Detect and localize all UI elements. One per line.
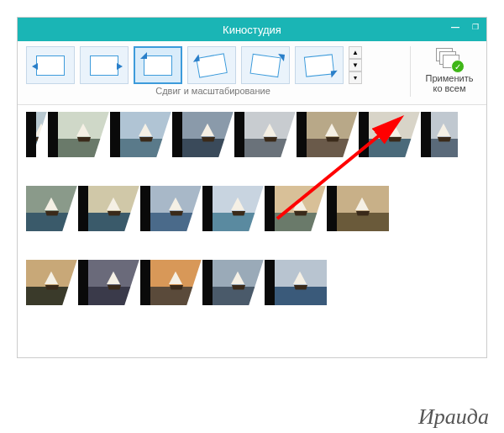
clip-black[interactable] — [421, 112, 431, 157]
clip-black[interactable] — [110, 112, 120, 157]
clip-black[interactable] — [78, 260, 88, 305]
clip-black[interactable] — [140, 260, 150, 305]
check-icon: ✓ — [451, 60, 465, 73]
titlebar: Киностудия — [18, 18, 486, 41]
gallery-more-button[interactable]: ▾ — [349, 71, 362, 84]
clip-black[interactable] — [297, 112, 307, 157]
clip-row — [26, 186, 478, 231]
gallery-down-button[interactable]: ▼ — [349, 59, 362, 71]
effect-tilt[interactable] — [295, 46, 344, 84]
clip-black[interactable] — [26, 112, 36, 157]
timeline-clip[interactable] — [213, 186, 265, 231]
window-controls — [448, 21, 483, 33]
window-title: Киностудия — [223, 24, 281, 36]
timeline-clip[interactable] — [182, 112, 234, 157]
timeline-clip[interactable] — [244, 112, 297, 157]
clip-black[interactable] — [359, 112, 369, 157]
pan-zoom-gallery: ▲ ▼ ▾ — [26, 46, 400, 84]
timeline-clip[interactable] — [275, 186, 327, 231]
minimize-button[interactable] — [448, 21, 463, 33]
timeline-clip[interactable] — [26, 260, 78, 305]
timeline-clip[interactable] — [337, 186, 389, 231]
apply-to-all-label: Применить ко всем — [426, 73, 474, 93]
timeline-clip[interactable] — [213, 260, 265, 305]
timeline-clip[interactable] — [26, 186, 78, 231]
timeline-clip[interactable] — [275, 260, 327, 305]
gallery-scroll: ▲ ▼ ▾ — [349, 46, 362, 84]
clip-black[interactable] — [140, 186, 150, 231]
effect-pan-right[interactable] — [80, 46, 129, 84]
effect-pan-left[interactable] — [26, 46, 75, 84]
apply-to-all-button[interactable]: ✓ Применить ко всем — [421, 46, 478, 95]
clip-black[interactable] — [265, 260, 275, 305]
clip-row — [26, 112, 478, 157]
maximize-button[interactable] — [468, 21, 483, 33]
timeline-clip[interactable] — [58, 112, 110, 157]
effect-rotate-left[interactable] — [187, 46, 236, 84]
clip-black[interactable] — [202, 260, 213, 305]
effect-rotate-right[interactable] — [241, 46, 290, 84]
timeline-clip[interactable] — [88, 260, 140, 305]
clip-row — [26, 260, 478, 305]
clip-black[interactable] — [172, 112, 182, 157]
timeline-clip[interactable] — [150, 260, 202, 305]
timeline-clip[interactable] — [150, 186, 202, 231]
clip-black[interactable] — [48, 112, 58, 157]
timeline-clip[interactable] — [369, 112, 421, 157]
clip-black[interactable] — [327, 186, 337, 231]
timeline-clip[interactable] — [120, 112, 172, 157]
ribbon-group-label: Сдвиг и масштабирование — [26, 86, 400, 96]
clip-black[interactable] — [265, 186, 275, 231]
clip-black[interactable] — [202, 186, 213, 231]
clip-black[interactable] — [78, 186, 88, 231]
timeline-clip[interactable] — [431, 112, 458, 157]
timeline-clip[interactable] — [36, 112, 48, 157]
ribbon: ▲ ▼ ▾ Сдвиг и масштабирование ✓ Применит… — [18, 41, 486, 105]
clip-black[interactable] — [234, 112, 244, 157]
apply-to-all-icon: ✓ — [436, 48, 463, 71]
app-window: Киностудия — [17, 17, 487, 358]
gallery-up-button[interactable]: ▲ — [349, 46, 362, 59]
effect-zoom-in[interactable] — [134, 46, 182, 84]
timeline-clip[interactable] — [88, 186, 140, 231]
ribbon-divider — [410, 46, 411, 97]
timeline-clip[interactable] — [307, 112, 359, 157]
timeline — [18, 105, 486, 357]
watermark: Ираида — [418, 404, 489, 430]
